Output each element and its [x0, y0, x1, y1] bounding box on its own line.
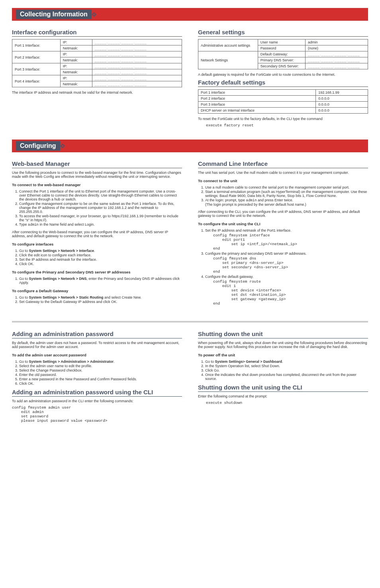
list-item: Go to System Settings > Network > Static…: [19, 295, 182, 299]
cell: 192.168.1.99: [316, 90, 368, 96]
shut-code: execute shutdown: [206, 401, 368, 405]
list-item: Once the indicates the shut down procedu…: [205, 373, 368, 381]
section-bar-collecting: Collecting Information: [12, 8, 368, 21]
list-item: Enter a new password in the New Password…: [19, 377, 182, 381]
cell: IP:: [60, 39, 92, 45]
cell: (none): [306, 45, 368, 51]
web-steps-4: Go to System Settings > Network > Static…: [19, 295, 182, 304]
admin-steps: Go to System Settings > Administration >…: [19, 360, 182, 385]
list-item: Click Go.: [205, 368, 368, 372]
shut-intro2: Enter the following command at the promp…: [198, 394, 368, 398]
diamond-icon: [60, 144, 65, 148]
admin-col: Adding an administration password By def…: [12, 330, 182, 424]
cell: 0.0.0.0: [316, 102, 368, 108]
cell: Password: [258, 45, 305, 51]
cell: 0.0.0.0: [316, 96, 368, 102]
list-item: Go to System Settings> General > Dashboa…: [205, 360, 368, 364]
web-h3: To configure the Primary and Secondary D…: [12, 270, 182, 274]
cell: IP:: [60, 63, 92, 69]
admin-title2: Adding an administration password using …: [12, 389, 182, 397]
cell: _____._____._____._____: [306, 63, 368, 69]
factory-cmd: execute factory reset: [206, 123, 368, 128]
cell: Primary DNS Server:: [258, 57, 305, 63]
cell: _____._____._____._____: [92, 45, 182, 51]
cell: IP:: [60, 51, 92, 57]
cell: Port 1 Interface:: [12, 39, 61, 51]
list-item: Set the IP address and netmask for the i…: [19, 258, 182, 262]
cli-post1: After connecting to the CLI, you can con…: [198, 210, 368, 218]
general-settings-title: General settings: [198, 29, 368, 37]
top-columns: Interface configuration Port 1 Interface…: [12, 29, 368, 128]
shut-title2: Shutting down the unit using the CLI: [198, 384, 368, 392]
list-item: Select the Change Password checkbox.: [19, 368, 182, 372]
cell: Port 3 Interface:: [12, 63, 61, 75]
cell: Netmask:: [60, 81, 92, 87]
cell: Port 3 interface: [198, 102, 316, 108]
code-block: config fmsystem dns set primary <dns-ser…: [213, 256, 368, 274]
web-h2: To configure interfaces: [12, 242, 182, 246]
list-item: Click OK.: [19, 382, 182, 385]
cell: _____._____._____._____: [92, 51, 182, 57]
cell: _____._____._____._____: [306, 51, 368, 57]
cell: _____._____._____._____: [92, 63, 182, 69]
admin-h1: To add the admin user account password: [12, 353, 182, 357]
list-item: Go to System Settings > Network > DNS, e…: [19, 277, 182, 285]
web-title: Web-based Manager: [12, 160, 182, 168]
section-bar-label: Configuring: [16, 141, 60, 151]
web-steps-3: Go to System Settings > Network > DNS, e…: [19, 277, 182, 285]
section-bar-configuring: Configuring: [12, 140, 368, 152]
cell: User name: [258, 39, 305, 45]
cli-title: Command Line Interface: [198, 160, 368, 168]
col-right: General settings Administrative account …: [198, 29, 368, 128]
shut-intro: When powering off the unit, always shut …: [198, 341, 368, 349]
shut-title: Shutting down the unit: [198, 330, 368, 338]
bottom-columns: Adding an administration password By def…: [12, 330, 368, 424]
admin-code: config fmsystem admin user edit admin se…: [12, 405, 182, 423]
list-item: Connect the Port 1 interface of the unit…: [19, 189, 182, 201]
general-settings-table: Administrative account settingsUser name…: [198, 39, 368, 69]
list-item: To access the web-based manager, in your…: [19, 214, 182, 222]
list-item: Set Gateway to the Default Gateway IP ad…: [19, 300, 182, 304]
shut-col: Shutting down the unit When powering off…: [198, 330, 368, 424]
cli-intro: The unit has serial port. Use the null m…: [198, 171, 368, 175]
web-h1: To connect to the web-based manager: [12, 183, 182, 187]
code-block: config fmsystem route edit 1 set device …: [213, 279, 368, 306]
cli-steps-1: Use a null modem cable to connect the se…: [205, 185, 368, 206]
cell: DHCP server on Internal interface: [198, 108, 316, 114]
interface-note: The interface IP address and netmask mus…: [12, 90, 182, 94]
general-note: A default gateway is required for the Fo…: [198, 73, 368, 77]
web-col: Web-based Manager Use the following proc…: [12, 160, 182, 309]
cell: Port 4 interface:: [12, 75, 61, 87]
shut-steps: Go to System Settings> General > Dashboa…: [205, 360, 368, 381]
cli-h1: To connect to the unit: [198, 179, 368, 183]
list-item: Start a terminal emulation program (such…: [205, 190, 368, 198]
admin-title: Adding an administration password: [12, 330, 182, 338]
list-item: Enter the old password.: [19, 373, 182, 377]
cell: _____._____._____._____: [306, 57, 368, 63]
web-intro: Use the following procedure to connect t…: [12, 171, 182, 179]
list-item: Configure the primary and secondary DNS …: [205, 252, 368, 274]
shut-h1: To power off the unit: [198, 353, 368, 357]
factory-table: Port 1 interface192.168.1.99 Port 2 inte…: [198, 89, 368, 114]
cell: Secondary DNS Server:: [258, 63, 305, 69]
divider: [12, 321, 368, 323]
cli-col: Command Line Interface The unit has seri…: [198, 160, 368, 309]
cell: Netmask:: [60, 45, 92, 51]
config-columns: Web-based Manager Use the following proc…: [12, 160, 368, 309]
web-post1: After connecting to the Web-based manage…: [12, 230, 182, 238]
list-item: In the System Operation list, select Shu…: [205, 364, 368, 368]
cell: _____._____._____._____: [92, 81, 182, 87]
cell: Default Gateway:: [258, 51, 305, 57]
list-item: Use a null modem cable to connect the se…: [205, 185, 368, 189]
web-h4: To configure a Default Gateway: [12, 289, 182, 293]
col-left: Interface configuration Port 1 Interface…: [12, 29, 182, 128]
cell: _____._____._____._____: [92, 75, 182, 81]
cell: Netmask:: [60, 57, 92, 63]
cell: Network Settings: [198, 51, 258, 69]
list-item: Type admin in the Name field and select …: [19, 222, 182, 227]
admin-intro: By default, the admin user does not have…: [12, 341, 182, 349]
list-item: Configure the management computer to be …: [19, 202, 182, 214]
factory-title: Factory default settings: [198, 79, 368, 87]
list-item: Go to System Settings > Administration >…: [19, 360, 182, 364]
list-item: Click the edit icon to configure each in…: [19, 253, 182, 257]
